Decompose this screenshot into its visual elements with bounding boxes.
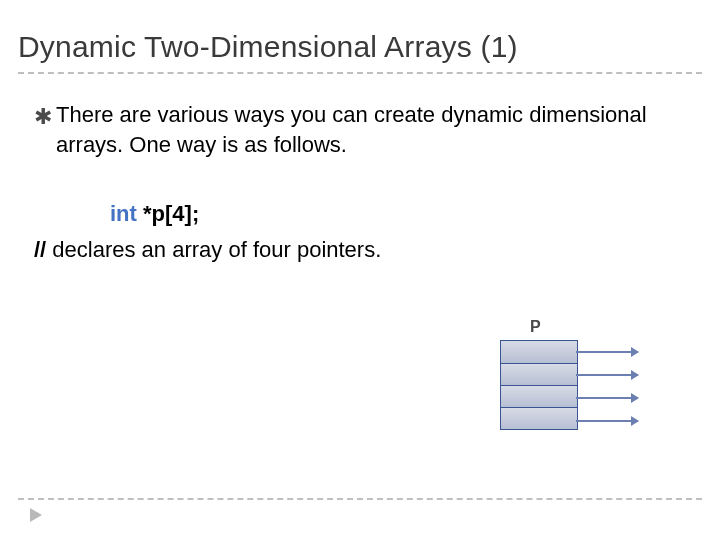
- bullet-icon: ✱: [34, 102, 56, 132]
- divider-bottom: [18, 498, 702, 500]
- diagram-label: P: [530, 318, 541, 336]
- diagram-cells: [500, 340, 578, 430]
- code-line: int *p[4];: [110, 199, 680, 229]
- comment-line: // declares an array of four pointers.: [34, 235, 680, 265]
- arrow-icon: [576, 420, 638, 422]
- diagram-cell: [501, 363, 577, 385]
- diagram-cell: [501, 341, 577, 363]
- pointer-array-diagram: P: [500, 318, 680, 478]
- comment-text: declares an array of four pointers.: [46, 237, 381, 262]
- code-rest: *p[4];: [137, 201, 199, 226]
- bullet-text: There are various ways you can create dy…: [56, 100, 680, 159]
- code-keyword: int: [110, 201, 137, 226]
- diagram-cell: [501, 407, 577, 429]
- arrow-icon: [576, 351, 638, 353]
- diagram-cell: [501, 385, 577, 407]
- divider-top: [18, 72, 702, 74]
- bullet-item: ✱ There are various ways you can create …: [34, 100, 680, 159]
- slide-title: Dynamic Two-Dimensional Arrays (1): [18, 30, 518, 64]
- arrow-icon: [576, 397, 638, 399]
- arrow-icon: [576, 374, 638, 376]
- slide: Dynamic Two-Dimensional Arrays (1) ✱ The…: [0, 0, 720, 540]
- triangle-icon: [30, 508, 42, 522]
- slide-body: ✱ There are various ways you can create …: [34, 100, 680, 265]
- comment-slashes: //: [34, 237, 46, 262]
